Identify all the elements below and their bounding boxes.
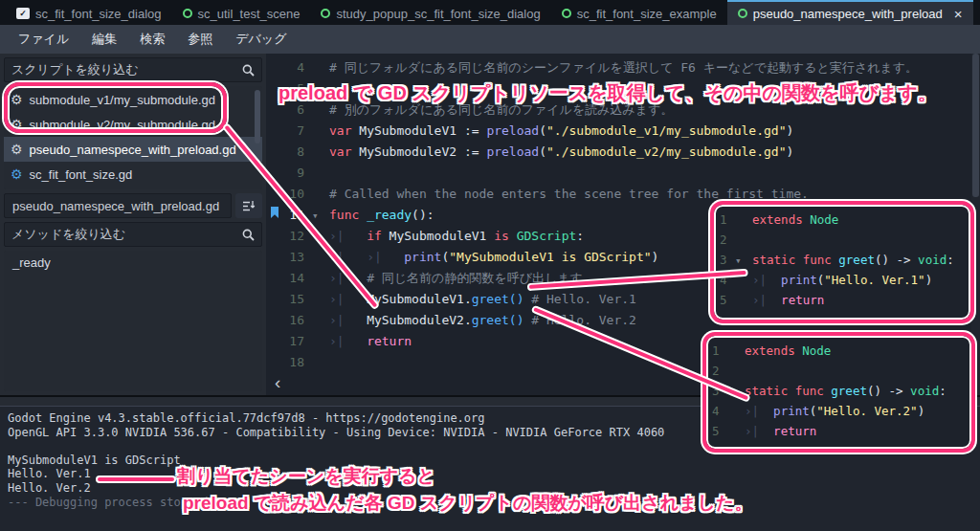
code-line: 15›| MySubmoduleV1.greet() # Hello. Ver.… [266,289,980,310]
code-segment: ›| [329,271,367,285]
code-segment: var [329,144,351,159]
code-segment: := [464,123,486,138]
menu-item-編集[interactable]: 編集 [81,27,127,52]
script-item-label: sc_fit_font_size.gd [30,167,133,182]
gear-icon: ⚙ [11,167,23,181]
code-line: 12▾›| if MySubmoduleV1 is GDScript: [266,226,980,247]
node-circle-icon [183,9,192,18]
line-number: 6 [266,100,312,121]
code-line: 11▾func _ready(): [266,205,980,226]
fold-arrow-icon[interactable]: ▾ [312,227,329,248]
code-line: 6# 別のフォルダにある同じ名前のファイルを読み込みます。 [266,100,980,121]
code-segment: ) [786,144,793,159]
script-list: ⚙submodule_v1/my_submodule.gd⚙submodule_… [4,86,262,189]
close-icon[interactable]: × [954,7,963,21]
line-number: 14 [266,268,312,289]
code-line: 18 [266,352,980,373]
scene-tab-study_popup_sc_fit_font_size_dialog[interactable]: study_popup_sc_fit_font_size_dialog [310,0,550,25]
node-circle-icon [321,9,330,18]
code-segment: MySubmoduleV2 [351,144,463,159]
code-segment: ›| [329,292,367,306]
code-segment: preload [486,123,539,138]
menu-item-ファイル[interactable]: ファイル [8,27,79,52]
code-segment: # Hello. Ver.2 [524,313,636,327]
script-filter-placeholder: スクリプトを絞り込む [11,61,242,78]
code-segment: # 同じ名前の静的関数を呼び出します。 [367,271,595,285]
output-line: Godot Engine v4.3.stable.official.77dcf9… [8,411,972,426]
line-number: 5 [266,78,312,100]
code-segment: # Called when the node enters the scene … [329,187,809,201]
fold-arrow-icon[interactable]: ▾ [312,206,329,227]
script-item[interactable]: ⚙submodule_v1/my_submodule.gd [4,87,262,112]
tab-label: sc_util_test_scene [198,7,301,21]
script-item-label: pseudo_namespece_with_preload.gd [30,143,236,157]
scene-tab-pseudo_namespece_with_preload[interactable]: pseudo_namespece_with_preload× [727,0,973,25]
menu-item-参照[interactable]: 参照 [177,27,223,52]
editor-scrollbar[interactable] [971,54,980,395]
method-item-_ready[interactable]: _ready [4,251,262,274]
script-item[interactable]: ⚙sc_fit_font_size.gd [4,162,262,187]
line-number: 7 [266,121,312,142]
scene-tab-sc_util_test_scene[interactable]: sc_util_test_scene [172,0,311,25]
script-menu-bar: ファイル編集検索参照デバッグ [0,25,980,54]
chevron-left-icon[interactable]: ‹ [275,372,280,393]
code-segment: # 同じフォルダにある同じ名前のシーンファイルを選択して F6 キーなどで起動す… [329,60,918,75]
script-item[interactable]: ⚙pseudo_namespece_with_preload.gd [4,137,262,162]
code-segment: "./submodule_v1/my_submodule.gd" [546,123,786,138]
code-segment: ›| [329,229,367,243]
code-segment: # Hello. Ver.1 [524,292,636,306]
code-segment: preload [486,144,539,159]
code-segment: "./submodule_v2/my_submodule.gd" [546,144,786,159]
script-filter-input[interactable]: スクリプトを絞り込む [4,57,262,82]
godot-script-editor-window: ✓sc_fit_font_size_dialogsc_util_test_sce… [0,0,980,531]
code-segment: MySubmoduleV1 [367,292,464,306]
code-line: 5 [266,78,980,100]
code-segment: (): [412,208,434,222]
method-list: _ready [4,251,262,391]
code-line: 9 [266,163,980,184]
code-line: 13›| ›| print("MySubmoduleV1 is GDScript… [266,247,980,268]
line-number: 16 [266,310,312,331]
code-segment: := [464,144,486,159]
code-segment: greet() [472,313,524,327]
code-line: 14›| # 同じ名前の静的関数を呼び出します。 [266,268,980,289]
output-line: Hello. Ver.1 [8,467,972,481]
code-segment: func [329,208,359,222]
sort-icon [242,200,256,212]
scene-tab-bar: ✓sc_fit_font_size_dialogsc_util_test_sce… [0,0,980,25]
scene-tab-sc_fit_font_size_example[interactable]: sc_fit_font_size_example [551,0,727,25]
panel-divider[interactable] [0,395,980,407]
code-segment: ) [786,123,793,138]
code-editor[interactable]: 4# 同じフォルダにある同じ名前のシーンファイルを選択して F6 キーなどで起動… [266,54,980,395]
menu-item-検索[interactable]: 検索 [129,27,175,52]
code-line: 10# Called when the node enters the scen… [266,184,980,205]
method-filter-placeholder: メソッドを絞り込む [11,226,242,243]
line-number: 12 [266,226,312,247]
sort-methods-button[interactable] [235,193,262,218]
scene-tab-sc_fit_font_size_dialog[interactable]: ✓sc_fit_font_size_dialog [6,0,172,25]
script-path-label: pseudo_namespece_with_preload.gd [12,199,219,213]
line-number: 8 [266,142,312,163]
method-filter-input[interactable]: メソッドを絞り込む [4,222,262,247]
code-segment: . [464,313,472,327]
scripts-sidebar: スクリプトを絞り込む ⚙submodule_v1/my_submodule.gd… [0,54,266,395]
code-line: 17›| return [266,331,980,352]
code-segment: "MySubmoduleV1 is GDScript" [449,250,651,264]
add-tab-button[interactable]: + [973,3,980,22]
code-lines: 4# 同じフォルダにある同じ名前のシーンファイルを選択して F6 キーなどで起動… [266,54,980,373]
dialog-check-icon: ✓ [16,8,30,19]
menu-item-デバッグ[interactable]: デバッグ [225,27,297,52]
gear-icon: ⚙ [11,93,23,106]
search-icon [242,64,255,77]
code-segment: . [464,292,472,306]
script-item[interactable]: ⚙submodule_v2/my_submodule.gd [4,112,262,137]
tab-label: pseudo_namespece_with_preload [753,7,943,21]
code-segment: MySubmoduleV1 [382,229,494,243]
code-line: 16›| MySubmoduleV2.greet() # Hello. Ver.… [266,310,980,331]
output-panel[interactable]: Godot Engine v4.3.stable.official.77dcf9… [0,407,980,531]
script-list-scrollbar[interactable] [255,90,260,144]
line-number: 17 [266,331,312,352]
script-item-label: submodule_v2/my_submodule.gd [30,118,215,132]
code-segment: : [576,229,584,243]
search-icon [242,229,255,241]
